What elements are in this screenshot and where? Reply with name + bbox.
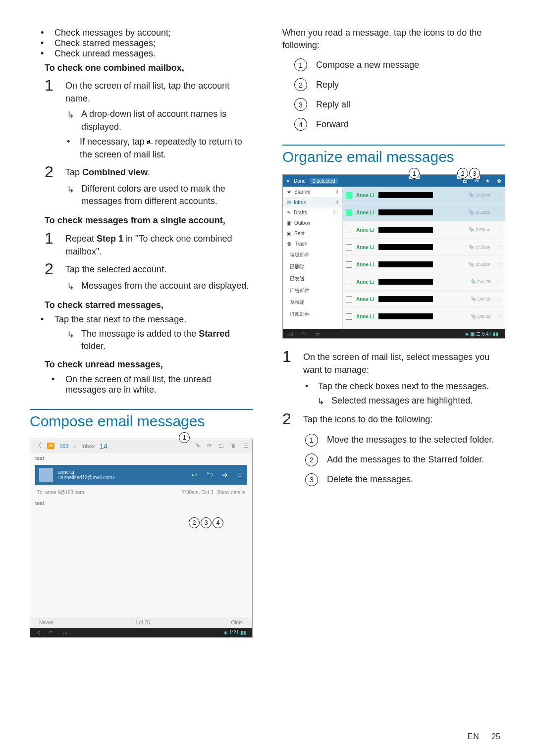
heading-single: To check messages from a single account, bbox=[45, 214, 253, 227]
step-number: 2 bbox=[45, 164, 56, 180]
newer-button[interactable]: Newer bbox=[39, 620, 54, 625]
reply-icon[interactable]: ↩ bbox=[191, 471, 197, 479]
heading-unread: To check unread messages, bbox=[45, 358, 253, 371]
row-star-icon[interactable]: ☆ bbox=[496, 261, 502, 268]
result-line: ↳ Selected messages are highlighted. bbox=[317, 395, 505, 408]
row-checkbox[interactable] bbox=[346, 296, 352, 302]
row-sender: Anne Li bbox=[356, 193, 374, 198]
forward-icon[interactable]: ➔ bbox=[222, 471, 228, 479]
refresh-icon[interactable]: ⟳ bbox=[207, 443, 212, 449]
result-text: Different colors are used to mark the me… bbox=[81, 183, 253, 207]
folder-label: 已发送 bbox=[290, 275, 305, 282]
account-name: 163 bbox=[59, 443, 68, 449]
row-star-icon[interactable]: ☆ bbox=[496, 313, 502, 320]
row-subject-redacted bbox=[378, 244, 433, 250]
message-row[interactable]: Anne Li📎 Oct 26☆ bbox=[343, 308, 505, 325]
nav-recent-icon[interactable]: ▭ bbox=[315, 331, 320, 337]
sidebar-folder-item[interactable]: ✉Inbox4 bbox=[283, 197, 342, 207]
menu-icon[interactable]: ☰ bbox=[243, 443, 248, 449]
sidebar-folder-item[interactable]: 🗑Trash bbox=[283, 239, 342, 249]
bullet-item: Check starred messages; bbox=[54, 38, 253, 49]
row-sender: Anne Li bbox=[356, 262, 374, 267]
message-row[interactable]: Anne Li📎 2:53am☆ bbox=[343, 256, 505, 273]
heading-starred: To check starred messages, bbox=[45, 299, 253, 311]
sidebar-folder-item[interactable]: 已发送 bbox=[283, 273, 342, 285]
message-row[interactable]: Anne Li📎 Oct 26☆ bbox=[343, 291, 505, 308]
legend-num-icon: 2 bbox=[305, 454, 318, 466]
sidebar-folder-item[interactable]: ★Starred4 bbox=[283, 187, 342, 197]
sidebar-folder-item[interactable]: 草稿箱 bbox=[283, 297, 342, 308]
older-button[interactable]: Older bbox=[231, 620, 243, 625]
close-icon[interactable]: ✕ bbox=[286, 178, 290, 184]
row-star-icon[interactable]: ☆ bbox=[496, 244, 502, 251]
row-time: 📎 Oct 26 bbox=[471, 279, 490, 284]
folder-sidebar[interactable]: ★Starred4✉Inbox4✎Drafts21▣Outbox▣Sent🗑Tr… bbox=[283, 187, 343, 329]
mail-topbar[interactable]: 〈 ✉ 163 ▴ Inbox 14 ✎ ⟳ 🗀 🗑 ☰ bbox=[30, 439, 252, 453]
back-chevron-icon[interactable]: 〈 bbox=[34, 441, 42, 451]
legend-list: 1Compose a new message 2Reply 3Reply all… bbox=[294, 58, 505, 131]
legend-text: Reply all bbox=[316, 100, 350, 110]
row-checkbox[interactable] bbox=[346, 209, 352, 216]
sidebar-folder-item[interactable]: 已删除 bbox=[283, 261, 342, 273]
message-row[interactable]: Anne Li📎 3:03am☆ bbox=[343, 187, 505, 204]
nav-back-icon[interactable]: ◁ bbox=[289, 331, 293, 337]
row-star-icon[interactable]: ☆ bbox=[496, 226, 502, 233]
folder-label: 订阅邮件 bbox=[290, 311, 310, 318]
nav-back-icon[interactable]: ◁ bbox=[36, 630, 40, 635]
sidebar-folder-item[interactable]: ▣Outbox bbox=[283, 218, 342, 228]
section-title-organize: Organize email messages bbox=[282, 149, 505, 165]
folder-badge: 21 bbox=[333, 210, 338, 215]
row-checkbox[interactable] bbox=[346, 279, 352, 285]
row-checkbox[interactable] bbox=[346, 261, 352, 268]
result-text: The message is added to the Starred fold… bbox=[81, 328, 253, 353]
folder-icon: ✎ bbox=[287, 210, 291, 215]
nav-home-icon[interactable]: ◠ bbox=[302, 331, 306, 337]
sidebar-folder-item[interactable]: ✎Drafts21 bbox=[283, 207, 342, 218]
row-time: 📎 2:53am bbox=[469, 245, 490, 250]
arrow-icon: ↳ bbox=[67, 328, 74, 341]
move-folder-icon[interactable]: 🗀 bbox=[463, 178, 468, 184]
sidebar-folder-item[interactable]: ▣Sent bbox=[283, 228, 342, 239]
folder-label: Inbox bbox=[294, 200, 306, 205]
compose-icon[interactable]: ✎ bbox=[196, 443, 200, 449]
account-badge-icon[interactable]: ✉ bbox=[47, 443, 54, 449]
step-number: 2 bbox=[282, 411, 294, 427]
sub-bullet-text: Tap the check boxes next to the messages… bbox=[318, 380, 489, 393]
arrow-icon: ↳ bbox=[67, 108, 74, 121]
row-checkbox[interactable] bbox=[346, 244, 352, 251]
sidebar-folder-item[interactable]: 订阅邮件 bbox=[283, 308, 342, 320]
nav-recent-icon[interactable]: ▭ bbox=[62, 630, 67, 635]
row-star-icon[interactable]: ☆ bbox=[496, 192, 502, 199]
row-star-icon[interactable]: ☆ bbox=[496, 278, 502, 285]
row-star-icon[interactable]: ☆ bbox=[496, 296, 502, 302]
sidebar-folder-item[interactable]: 垃圾邮件 bbox=[283, 249, 342, 261]
row-subject-redacted bbox=[378, 192, 433, 198]
done-button[interactable]: Done bbox=[294, 178, 306, 184]
sidebar-folder-item[interactable]: 广告邮件 bbox=[283, 285, 342, 297]
trash-icon[interactable]: 🗑 bbox=[497, 178, 502, 184]
row-checkbox[interactable] bbox=[346, 192, 352, 199]
message-row[interactable]: Anne Li📎 2:53am☆ bbox=[343, 221, 505, 239]
step-number: 1 bbox=[45, 77, 56, 93]
inbox-count: 14 bbox=[100, 442, 107, 450]
folder-label: 广告邮件 bbox=[290, 287, 310, 294]
show-details[interactable]: Show details bbox=[217, 490, 245, 495]
bullet-item: Check messages by account; bbox=[54, 28, 253, 38]
row-checkbox[interactable] bbox=[346, 313, 352, 320]
row-checkbox[interactable] bbox=[346, 227, 352, 233]
message-row[interactable]: Anne Li📎 Oct 26☆ bbox=[343, 273, 505, 291]
row-star-icon[interactable]: ☆ bbox=[496, 209, 502, 216]
nav-home-icon[interactable]: ◠ bbox=[49, 630, 54, 635]
star-icon[interactable]: ☆ bbox=[237, 471, 243, 479]
folder-icon[interactable]: 🗀 bbox=[218, 443, 224, 449]
trash-icon[interactable]: 🗑 bbox=[231, 443, 236, 449]
sender-bar[interactable]: anne Li <annelised12@mail.com> ↩ ⮌ ➔ ☆ bbox=[35, 465, 247, 485]
message-row[interactable]: Anne Li📎 2:53am☆ bbox=[343, 239, 505, 256]
mark-read-icon[interactable]: ✉ bbox=[475, 178, 479, 184]
message-list[interactable]: Anne Li📎 3:03am☆Anne Li📎 2:53am☆Anne Li📎… bbox=[343, 187, 505, 329]
star-icon[interactable]: ★ bbox=[485, 178, 490, 184]
reply-all-icon[interactable]: ⮌ bbox=[206, 471, 213, 479]
legend-num-icon: 4 bbox=[294, 118, 307, 131]
row-time: 📎 2:53am bbox=[469, 210, 490, 215]
message-row[interactable]: Anne Li📎 2:53am☆ bbox=[343, 204, 505, 221]
